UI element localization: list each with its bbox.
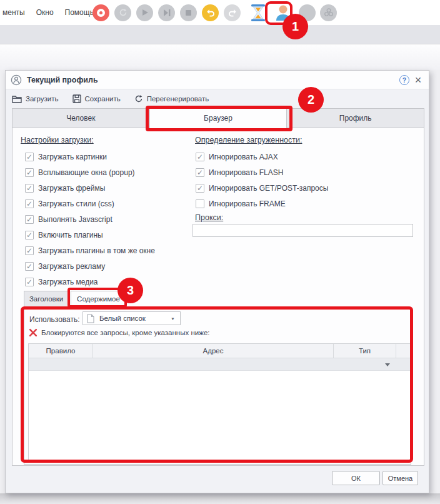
- check-icon: ✓: [26, 216, 32, 223]
- check-icon: ✓: [197, 153, 203, 161]
- use-label: Использовать:: [29, 315, 80, 324]
- subtab-headers[interactable]: Заголовки: [24, 291, 69, 307]
- menu-window[interactable]: Окно: [36, 8, 54, 17]
- dialog-title: Текущий профиль: [27, 76, 98, 84]
- filter-dropdown-icon[interactable]: [385, 363, 390, 366]
- check-icon: ✓: [197, 169, 203, 176]
- play-button[interactable]: [136, 4, 153, 21]
- menu-tools[interactable]: менты: [2, 8, 25, 17]
- proxy-input[interactable]: [192, 224, 413, 237]
- cancel-button[interactable]: Отмена: [382, 471, 418, 485]
- checkbox[interactable]: ✓: [25, 278, 34, 286]
- checkbox-row-plugins[interactable]: ✓ Включить плагины: [25, 230, 103, 240]
- column-header-type[interactable]: Тип: [334, 344, 396, 358]
- tab-person[interactable]: Человек: [12, 108, 150, 128]
- checkbox-row-ignore-flash[interactable]: ✓ Игнорировать FLASH: [196, 168, 283, 178]
- redo-button[interactable]: [224, 4, 241, 21]
- checkbox-label: Игнорировать AJAX: [209, 153, 278, 161]
- profile-title-icon: [11, 74, 22, 86]
- profile-button[interactable]: [273, 2, 293, 23]
- restart-icon: [119, 8, 128, 17]
- folder-icon: [12, 95, 22, 103]
- rules-table-header: Правило Адрес Тип: [29, 344, 410, 358]
- checkbox-row-ignore-getpost[interactable]: ✓ Игнорировать GET/POST-запросы: [196, 183, 328, 193]
- save-profile-button[interactable]: Сохранить: [72, 94, 121, 103]
- list-subtabs: Заголовки Содержимое: [24, 291, 126, 308]
- subtab-content[interactable]: Содержимое: [71, 291, 126, 308]
- current-profile-dialog: Текущий профиль ? × Загрузить Сохранить …: [5, 70, 429, 493]
- step-button[interactable]: [158, 4, 175, 21]
- checkbox-label: Игнорировать FRAME: [209, 199, 286, 208]
- regenerate-button[interactable]: Перегенерировать: [134, 94, 209, 103]
- help-icon: ?: [402, 76, 406, 84]
- stop-icon: [186, 10, 191, 16]
- ok-button[interactable]: ОК: [332, 471, 380, 485]
- table-body-empty[interactable]: [29, 371, 410, 461]
- dialog-toolbar: Загрузить Сохранить Перегенерировать: [12, 89, 209, 108]
- checkbox[interactable]: ✓: [25, 262, 34, 271]
- checkbox[interactable]: ✓: [196, 153, 204, 161]
- help-button[interactable]: ?: [399, 75, 409, 85]
- check-icon: ✓: [26, 184, 32, 192]
- checkbox-row-css[interactable]: ✓ Загружать стили (css): [25, 199, 114, 209]
- checkbox[interactable]: ✓: [196, 168, 204, 177]
- checkbox-row-popups[interactable]: ✓ Всплывающие окна (popup): [25, 168, 135, 178]
- proxy-title: Прокси:: [195, 213, 223, 222]
- record-button[interactable]: [92, 4, 109, 21]
- menu-bar: менты Окно Помощь: [0, 8, 94, 17]
- table-filter-row[interactable]: [29, 358, 410, 371]
- settings-button[interactable]: [299, 4, 316, 21]
- check-icon: ✓: [26, 153, 32, 161]
- check-icon: ✓: [26, 263, 32, 270]
- tab-profile[interactable]: Профиль: [287, 108, 424, 128]
- checkbox[interactable]: ✓: [25, 153, 34, 161]
- checkbox-row-javascript[interactable]: ✓ Выполнять Javascript: [25, 214, 112, 224]
- checkbox-row-media[interactable]: ✓ Загружать медиа: [25, 277, 98, 287]
- checkbox-label: Всплывающие окна (popup): [38, 168, 135, 177]
- page-bottom-shade: [0, 493, 440, 504]
- chevron-down-icon: ▼: [171, 316, 175, 320]
- load-profile-button[interactable]: Загрузить: [12, 95, 59, 103]
- checkbox[interactable]: ✓: [196, 199, 204, 208]
- column-header-address[interactable]: Адрес: [93, 344, 334, 358]
- checkbox-row-plugins-same-window[interactable]: ✓ Загружать плагины в том же окне: [25, 246, 155, 256]
- checkbox-label: Загружать фреймы: [38, 184, 105, 193]
- block-x-icon: [29, 328, 38, 337]
- stop-button[interactable]: [180, 4, 197, 21]
- close-icon: ×: [415, 74, 422, 87]
- step-forward-icon: [163, 9, 171, 16]
- secondary-toolbar-strip: [0, 25, 440, 44]
- checkbox[interactable]: ✓: [25, 184, 34, 193]
- modules-icon: [324, 8, 334, 18]
- list-mode-dropdown[interactable]: Белый список ▼: [82, 311, 181, 325]
- checkbox-row-ignore-ajax[interactable]: ✓ Игнорировать AJAX: [196, 152, 278, 162]
- undo-button[interactable]: [202, 4, 219, 21]
- checkbox[interactable]: ✓: [25, 215, 34, 224]
- browser-tab-panel: Настройки загрузки: ✓ Загружать картинки…: [12, 128, 424, 466]
- checkbox-label: Загружать плагины в том же окне: [38, 246, 155, 255]
- checkbox-row-ads[interactable]: ✓ Загружать рекламу: [25, 261, 105, 271]
- busy-detection-title: Определение загруженности:: [195, 136, 302, 144]
- checkbox-label: Включить плагины: [38, 231, 103, 239]
- save-profile-label: Сохранить: [85, 95, 121, 103]
- checkbox[interactable]: ✓: [196, 184, 204, 193]
- checkbox[interactable]: ✓: [25, 246, 34, 255]
- checkbox[interactable]: ✓: [25, 231, 34, 239]
- checkbox-row-ignore-frame[interactable]: ✓ Игнорировать FRAME: [196, 199, 286, 209]
- tab-browser[interactable]: Браузер: [150, 108, 288, 129]
- checkbox[interactable]: ✓: [25, 199, 34, 208]
- checkbox[interactable]: ✓: [25, 168, 34, 177]
- menu-help[interactable]: Помощь: [65, 8, 94, 17]
- block-note-text: Блокируются все запросы, кроме указанных…: [41, 329, 209, 336]
- column-header-rule[interactable]: Правило: [29, 344, 93, 358]
- restart-button[interactable]: [114, 4, 131, 21]
- load-profile-label: Загрузить: [26, 95, 59, 103]
- checkbox-row-load-images[interactable]: ✓ Загружать картинки: [25, 152, 107, 162]
- checkbox-row-frames[interactable]: ✓ Загружать фреймы: [25, 183, 105, 193]
- wait-button[interactable]: [251, 4, 266, 21]
- modules-button[interactable]: [320, 4, 337, 21]
- check-icon: ✓: [26, 231, 32, 239]
- check-icon: ✓: [197, 184, 203, 192]
- checkbox-label: Загружать картинки: [38, 153, 107, 161]
- close-button[interactable]: ×: [412, 73, 424, 87]
